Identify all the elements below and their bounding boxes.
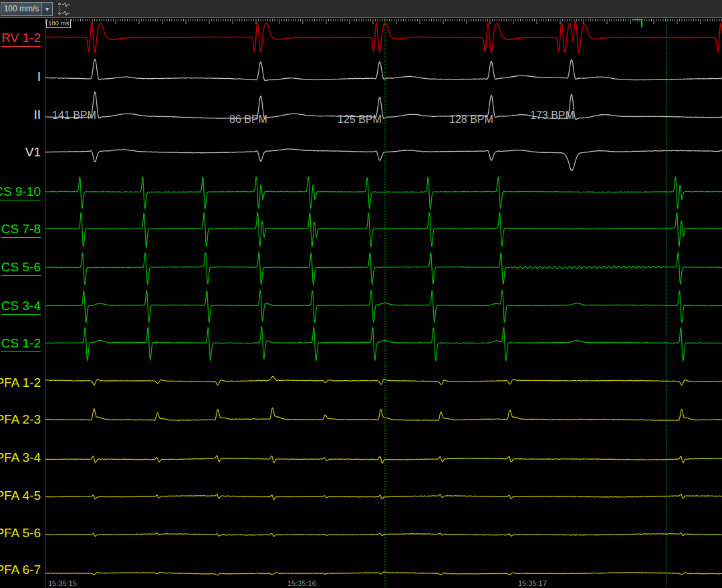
- channel-label-pfa-5-6[interactable]: PFA 5-6: [0, 526, 41, 541]
- channel-label-text: CS 3-4: [1, 299, 41, 315]
- channel-label-text: CS 1-2: [1, 336, 41, 352]
- trace-cs-1-2: [45, 327, 722, 361]
- channel-label-text: RV 1-2: [1, 31, 41, 47]
- channel-label-pfa-6-7[interactable]: PFA 6-7: [0, 563, 41, 578]
- timestamp-label: 15:35:15: [48, 579, 77, 587]
- trace-rv-1-2: [45, 21, 722, 53]
- channel-label-text: PFA 3-4: [0, 450, 41, 466]
- channel-label-pfa-4-5[interactable]: PFA 4-5: [0, 488, 41, 504]
- channel-label-text: CS 7-8: [1, 222, 41, 238]
- channel-label-text: PFA 4-5: [0, 488, 41, 504]
- channel-label-cs-7-8[interactable]: CS 7-8: [1, 222, 41, 238]
- trace-pfa-5-6: [45, 533, 722, 537]
- trace-pfa-3-4: [45, 456, 722, 463]
- channel-label-text: CS 5-6: [1, 260, 41, 276]
- trace-pfa-6-7: [45, 572, 722, 575]
- channel-label-text: PFA 6-7: [0, 563, 41, 578]
- channel-label-text: PFA 2-3: [0, 412, 41, 428]
- trace-cs-3-4: [45, 290, 722, 323]
- time-scale-indicator: 100 ms: [46, 19, 71, 28]
- channel-label-cs-1-2[interactable]: CS 1-2: [1, 336, 41, 352]
- channel-label-ii[interactable]: II: [33, 108, 41, 123]
- trace-i: [45, 59, 722, 81]
- time-scale-label: 100 ms: [48, 19, 69, 27]
- channel-label-text: II: [33, 108, 41, 123]
- ep-recording-window: 141 BPM86 BPM125 BPM128 BPM173 BPM 100 m…: [0, 0, 722, 588]
- channel-label-pfa-2-3[interactable]: PFA 2-3: [0, 412, 41, 428]
- channel-label-text: I: [37, 69, 41, 85]
- amplitude-scale-button[interactable]: [56, 1, 74, 17]
- trace-cs-5-6: [45, 253, 722, 285]
- channel-label-cs-9-10[interactable]: CS 9-10: [0, 184, 41, 200]
- channel-label-pfa-3-4[interactable]: PFA 3-4: [0, 450, 41, 466]
- chevron-down-icon[interactable]: ▾: [41, 2, 53, 16]
- trace-pfa-1-2: [45, 376, 722, 385]
- trace-cs-7-8: [45, 212, 722, 248]
- channel-label-column: RV 1-2IIIV1CS 9-10CS 7-8CS 5-6CS 3-4CS 1…: [0, 0, 42, 588]
- toolbar: 100 mm/s ▾: [0, 0, 722, 18]
- channel-label-text: PFA 5-6: [0, 526, 41, 541]
- sweep-speed-value: 100 mm/s: [1, 2, 41, 16]
- waveform-display: [0, 0, 722, 588]
- channel-label-v1[interactable]: V1: [25, 145, 41, 160]
- trace-group: [45, 21, 722, 575]
- channel-label-rv-1-2[interactable]: RV 1-2: [1, 31, 41, 47]
- channel-label-text: PFA 1-2: [0, 376, 41, 391]
- trace-pfa-4-5: [45, 494, 722, 500]
- trace-pfa-2-3: [45, 408, 722, 420]
- timestamp-label: 15:35:16: [287, 579, 316, 587]
- trace-cs-9-10: [45, 177, 722, 210]
- channel-label-pfa-1-2[interactable]: PFA 1-2: [0, 376, 41, 391]
- amplitude-scale-icon: [57, 1, 72, 16]
- channel-label-text: CS 9-10: [0, 184, 41, 200]
- channel-label-cs-3-4[interactable]: CS 3-4: [1, 299, 41, 315]
- channel-label-i[interactable]: I: [37, 69, 41, 85]
- label-column-divider: [45, 18, 45, 588]
- time-ruler: [45, 19, 722, 24]
- timestamp-label: 15:35:17: [518, 579, 547, 587]
- sweep-speed-select[interactable]: 100 mm/s ▾: [1, 2, 53, 16]
- trace-ii: [45, 92, 722, 120]
- channel-label-text: V1: [25, 145, 41, 160]
- channel-label-cs-5-6[interactable]: CS 5-6: [1, 260, 41, 276]
- trace-v1: [45, 149, 722, 171]
